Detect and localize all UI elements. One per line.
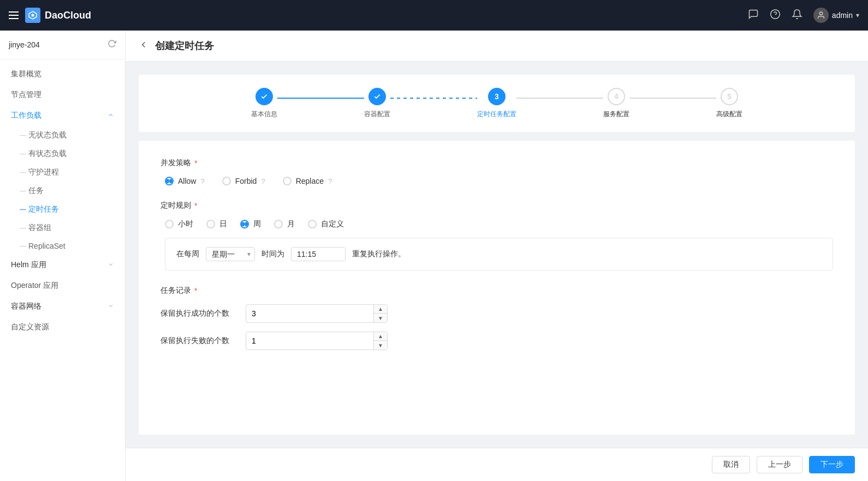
step-circle-1	[255, 88, 273, 105]
help-icon-replace[interactable]: ?	[328, 177, 332, 185]
refresh-icon[interactable]	[108, 39, 116, 50]
step-basic-info: 基本信息	[251, 88, 277, 119]
sidebar-group-container-network[interactable]: 容器网络	[0, 296, 125, 317]
content-header: 创建定时任务	[126, 31, 868, 62]
radio-label-month: 月	[287, 219, 295, 229]
logo-box	[25, 8, 40, 23]
step-label-2: 容器配置	[364, 110, 390, 119]
dash-icon	[20, 172, 26, 173]
radio-label-forbid: Forbid	[235, 177, 257, 185]
sidebar-item-container-group[interactable]: 容器组	[0, 219, 125, 237]
fail-keep-spin-up[interactable]: ▲	[374, 332, 387, 341]
week-day-select-wrapper: 星期一 星期二 星期三 星期四 星期五 星期六 星期日	[206, 247, 255, 261]
radio-circle-allow	[165, 177, 174, 185]
radio-circle-custom	[308, 220, 317, 229]
next-button[interactable]: 下一步	[809, 456, 855, 473]
fail-keep-input[interactable]	[246, 333, 373, 348]
radio-circle-day	[206, 220, 215, 229]
dash-icon	[20, 154, 26, 154]
radio-hour[interactable]: 小时	[165, 219, 193, 229]
success-keep-spin-down[interactable]: ▼	[374, 314, 387, 322]
sidebar-item-stateless[interactable]: 无状态负载	[0, 126, 125, 145]
required-mark: *	[194, 159, 197, 167]
sidebar-item-custom-resource[interactable]: 自定义资源	[0, 317, 125, 338]
sidebar-item-label: 自定义资源	[11, 322, 49, 332]
step-cron-config: 3 定时任务配置	[477, 88, 516, 119]
top-navigation: DaoCloud admin ▾	[0, 0, 868, 31]
chevron-down-icon: ▾	[856, 11, 859, 19]
sidebar-item-replicaset[interactable]: ReplicaSet	[0, 237, 125, 255]
sidebar-item-stateful[interactable]: 有状态负载	[0, 145, 125, 163]
step-circle-3: 3	[488, 88, 506, 105]
sidebar-item-label: 定时任务	[28, 205, 59, 214]
radio-forbid[interactable]: Forbid ?	[222, 177, 265, 185]
sidebar-item-label: ReplicaSet	[28, 242, 66, 250]
schedule-label: 定时规则 *	[160, 201, 833, 211]
topnav-left: DaoCloud	[9, 8, 91, 23]
sidebar-item-operator[interactable]: Operator 应用	[0, 275, 125, 296]
sidebar-item-label: 集群概览	[11, 69, 41, 79]
bottom-bar: 取消 上一步 下一步	[126, 448, 868, 481]
radio-day[interactable]: 日	[206, 219, 227, 229]
schedule-week-prefix: 在每周	[176, 249, 199, 259]
concurrency-label: 并发策略 *	[160, 158, 833, 168]
sidebar-group-label: 容器网络	[11, 302, 41, 311]
time-rule-box: 在每周 星期一 星期二 星期三 星期四 星期五 星期六 星期日	[165, 238, 833, 270]
topnav-right: admin ▾	[748, 8, 859, 23]
sidebar-item-cluster-overview[interactable]: 集群概览	[0, 64, 125, 85]
schedule-time-input[interactable]	[291, 247, 346, 261]
radio-label-custom: 自定义	[321, 219, 344, 229]
help-icon[interactable]	[770, 9, 781, 22]
radio-circle-week	[240, 220, 249, 229]
back-button[interactable]	[139, 40, 148, 52]
help-icon-forbid[interactable]: ?	[261, 177, 265, 185]
radio-circle-hour	[165, 220, 174, 229]
week-day-select[interactable]: 星期一 星期二 星期三 星期四 星期五 星期六 星期日	[206, 247, 255, 261]
concurrency-radio-group: Allow ? Forbid ? Replace ?	[165, 177, 833, 185]
step-service-config: 4 服务配置	[603, 88, 629, 119]
content-area: 创建定时任务 基本信息	[126, 31, 868, 481]
chevron-down-icon	[108, 302, 114, 311]
sidebar-header: jinye-204	[0, 31, 125, 59]
task-record-label: 任务记录 *	[160, 286, 833, 296]
schedule-time-label: 时间为	[261, 249, 284, 259]
radio-custom[interactable]: 自定义	[308, 219, 344, 229]
sidebar-group-helm[interactable]: Helm 应用	[0, 255, 125, 275]
prev-button[interactable]: 上一步	[757, 456, 802, 473]
step-connector-1	[277, 98, 364, 99]
radio-circle-replace	[283, 177, 292, 185]
sidebar-item-label: 有状态负载	[28, 149, 67, 159]
fail-keep-spin-down[interactable]: ▼	[374, 341, 387, 350]
radio-circle-month	[274, 220, 283, 229]
step-connector-2	[390, 98, 477, 99]
dash-icon	[20, 246, 26, 246]
radio-label-week: 周	[253, 219, 261, 229]
radio-replace[interactable]: Replace ?	[283, 177, 332, 185]
sidebar-item-daemon[interactable]: 守护进程	[0, 163, 125, 182]
step-connector-3	[516, 98, 603, 99]
user-menu[interactable]: admin ▾	[813, 8, 859, 23]
radio-allow[interactable]: Allow ?	[165, 177, 205, 185]
step-label-4: 服务配置	[603, 110, 629, 119]
task-record-section: 任务记录 * 保留执行成功的个数 ▲ ▼	[160, 286, 833, 350]
required-mark: *	[194, 286, 197, 295]
radio-circle-forbid	[222, 177, 231, 185]
fail-keep-spinners: ▲ ▼	[373, 332, 387, 350]
radio-week[interactable]: 周	[240, 219, 261, 229]
schedule-repeat-suffix: 重复执行操作。	[352, 249, 406, 259]
svg-point-4	[819, 12, 822, 15]
step-container-config: 容器配置	[364, 88, 390, 119]
success-keep-input[interactable]	[246, 306, 373, 321]
help-icon-allow[interactable]: ?	[200, 177, 204, 185]
success-keep-spin-up[interactable]: ▲	[374, 305, 387, 314]
form-card: 并发策略 * Allow ? Forbid	[139, 141, 855, 435]
cancel-button[interactable]: 取消	[712, 456, 750, 473]
menu-icon[interactable]	[9, 11, 19, 19]
sidebar-item-task[interactable]: 任务	[0, 182, 125, 200]
radio-month[interactable]: 月	[274, 219, 295, 229]
sidebar-item-node-management[interactable]: 节点管理	[0, 85, 125, 105]
sidebar-item-cron-task[interactable]: 定时任务	[0, 200, 125, 219]
chat-icon[interactable]	[748, 9, 759, 22]
sidebar-group-workload[interactable]: 工作负载	[0, 105, 125, 126]
bell-icon[interactable]	[792, 9, 802, 22]
